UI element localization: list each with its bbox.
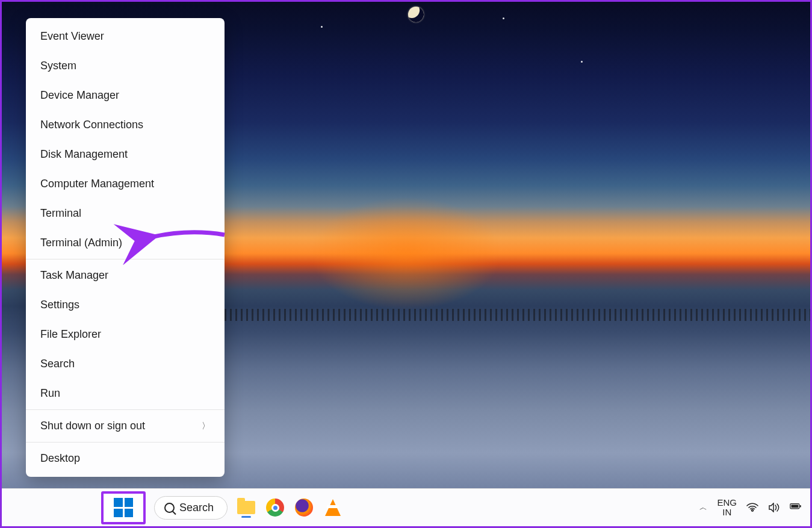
- taskbar-firefox[interactable]: [294, 497, 314, 518]
- system-tray: ︿ ENG IN: [699, 498, 802, 518]
- vlc-icon: [325, 499, 341, 516]
- chrome-icon: [266, 498, 284, 517]
- menu-item-label: Device Manager: [40, 89, 119, 102]
- menu-item-label: Run: [40, 387, 60, 400]
- menu-item-label: Settings: [40, 299, 79, 311]
- menu-network-connections[interactable]: Network Connections: [26, 110, 225, 140]
- svg-rect-1: [800, 505, 801, 507]
- menu-item-label: Desktop: [40, 452, 80, 465]
- start-button[interactable]: [101, 491, 146, 524]
- menu-item-label: Computer Management: [40, 178, 154, 190]
- menu-separator: [26, 259, 225, 259]
- tray-overflow-chevron-icon[interactable]: ︿: [699, 502, 707, 513]
- svg-rect-2: [791, 505, 798, 508]
- taskbar-search[interactable]: Search: [154, 496, 228, 520]
- menu-item-label: Network Connections: [40, 119, 143, 131]
- star-graphic: [503, 17, 504, 19]
- menu-settings[interactable]: Settings: [26, 290, 225, 320]
- language-bottom: IN: [717, 508, 737, 518]
- language-indicator[interactable]: ENG IN: [717, 498, 737, 518]
- menu-item-label: Terminal (Admin): [40, 237, 122, 249]
- menu-shutdown-signout[interactable]: Shut down or sign out 〉: [26, 411, 225, 441]
- menu-computer-management[interactable]: Computer Management: [26, 169, 225, 199]
- menu-event-viewer[interactable]: Event Viewer: [26, 22, 225, 51]
- menu-file-explorer[interactable]: File Explorer: [26, 320, 225, 349]
- menu-item-label: Shut down or sign out: [40, 420, 145, 432]
- treeline-graphic: [225, 309, 810, 321]
- taskbar-file-explorer[interactable]: [236, 497, 256, 518]
- menu-item-label: Event Viewer: [40, 30, 104, 43]
- menu-item-label: Task Manager: [40, 269, 108, 282]
- search-icon: [164, 503, 175, 513]
- taskbar-chrome[interactable]: [265, 497, 285, 518]
- menu-desktop[interactable]: Desktop: [26, 444, 225, 473]
- menu-separator: [26, 442, 225, 443]
- menu-item-label: Search: [40, 358, 75, 370]
- language-top: ENG: [717, 498, 737, 508]
- menu-search[interactable]: Search: [26, 349, 225, 379]
- star-graphic: [581, 61, 583, 63]
- folder-icon: [237, 501, 255, 514]
- battery-icon[interactable]: [790, 503, 802, 512]
- menu-terminal-admin[interactable]: Terminal (Admin): [26, 228, 225, 258]
- menu-system[interactable]: System: [26, 51, 225, 81]
- menu-item-label: Terminal: [40, 207, 81, 220]
- menu-task-manager[interactable]: Task Manager: [26, 261, 225, 290]
- firefox-icon: [295, 498, 313, 517]
- menu-run[interactable]: Run: [26, 379, 225, 408]
- search-label: Search: [179, 502, 214, 514]
- taskbar-vlc[interactable]: [323, 497, 343, 518]
- menu-terminal[interactable]: Terminal: [26, 199, 225, 228]
- star-graphic: [321, 26, 323, 28]
- windows-logo-icon: [114, 498, 133, 517]
- winx-context-menu: Event Viewer System Device Manager Netwo…: [26, 18, 225, 477]
- volume-icon[interactable]: [768, 503, 780, 512]
- menu-disk-management[interactable]: Disk Management: [26, 140, 225, 169]
- menu-item-label: File Explorer: [40, 328, 101, 341]
- menu-separator: [26, 409, 225, 410]
- menu-device-manager[interactable]: Device Manager: [26, 81, 225, 110]
- menu-item-label: System: [40, 60, 76, 72]
- chevron-right-icon: 〉: [202, 421, 210, 432]
- menu-item-label: Disk Management: [40, 148, 128, 161]
- wifi-icon[interactable]: [746, 503, 758, 512]
- taskbar: Search ︿ ENG IN: [2, 488, 810, 526]
